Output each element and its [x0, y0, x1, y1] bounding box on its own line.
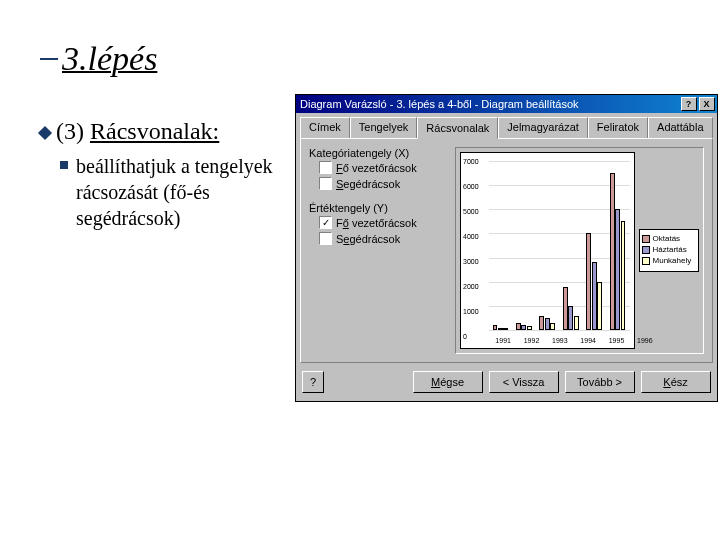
- bar: [597, 282, 602, 330]
- bullet-diamond: [38, 126, 52, 140]
- help-icon[interactable]: ?: [681, 97, 697, 111]
- next-button[interactable]: Tovább >: [565, 371, 635, 393]
- legend-item: Háztartás: [642, 245, 696, 254]
- bar: [545, 318, 550, 330]
- bar: [516, 323, 521, 330]
- tab-tengelyek[interactable]: Tengelyek: [350, 117, 418, 138]
- bar: [493, 325, 498, 330]
- bar: [621, 221, 626, 330]
- group-x-label: Kategóriatengely (X): [309, 147, 449, 159]
- slide-title: 3.lépés: [62, 40, 157, 78]
- group-y-label: Értéktengely (Y): [309, 202, 449, 214]
- dialog-title: Diagram Varázsló - 3. lépés a 4-ből - Di…: [298, 98, 679, 110]
- checkbox-y-major-label: Fő vezetőrácsok: [336, 217, 417, 229]
- tab-feliratok[interactable]: Feliratok: [588, 117, 648, 138]
- back-button[interactable]: < Vissza: [489, 371, 559, 393]
- title-dash: [40, 58, 58, 60]
- tab-adattábla[interactable]: Adattábla: [648, 117, 712, 138]
- section-heading: (3) Rácsvonalak:: [56, 118, 219, 145]
- title-bar: Diagram Varázsló - 3. lépés a 4-ből - Di…: [296, 95, 717, 113]
- bar: [586, 233, 591, 330]
- bar: [498, 328, 503, 330]
- bar: [615, 209, 620, 330]
- checkbox-y-major[interactable]: [319, 216, 332, 229]
- close-icon[interactable]: X: [699, 97, 715, 111]
- legend-item: Munkahely: [642, 256, 696, 265]
- bar: [563, 287, 568, 330]
- bullet-text: beállíthatjuk a tengelyek rácsozását (fő…: [76, 153, 285, 231]
- bar: [503, 328, 508, 330]
- tab-címek[interactable]: Címek: [300, 117, 350, 138]
- bar: [550, 323, 555, 330]
- cancel-button[interactable]: Mégse: [413, 371, 483, 393]
- checkbox-x-minor[interactable]: [319, 177, 332, 190]
- chart-preview: 0100020003000400050006000700019911992199…: [455, 147, 704, 354]
- help-button[interactable]: ?: [302, 371, 324, 393]
- tab-jelmagyarázat[interactable]: Jelmagyarázat: [498, 117, 588, 138]
- bar: [574, 316, 579, 330]
- finish-button[interactable]: Kész: [641, 371, 711, 393]
- checkbox-x-major[interactable]: [319, 161, 332, 174]
- legend-item: Oktatás: [642, 234, 696, 243]
- bar: [521, 325, 526, 330]
- checkbox-y-minor[interactable]: [319, 232, 332, 245]
- checkbox-x-minor-label: Segédrácsok: [336, 178, 400, 190]
- bullet-square: [60, 161, 68, 169]
- tab-rácsvonalak[interactable]: Rácsvonalak: [417, 117, 498, 139]
- checkbox-x-major-label: Fő vezetőrácsok: [336, 162, 417, 174]
- bar: [539, 316, 544, 330]
- bar: [610, 173, 615, 330]
- bar: [527, 326, 532, 330]
- chart-wizard-dialog: Diagram Varázsló - 3. lépés a 4-ből - Di…: [295, 94, 718, 402]
- checkbox-y-minor-label: Segédrácsok: [336, 233, 400, 245]
- bar: [568, 306, 573, 330]
- bar: [592, 262, 597, 330]
